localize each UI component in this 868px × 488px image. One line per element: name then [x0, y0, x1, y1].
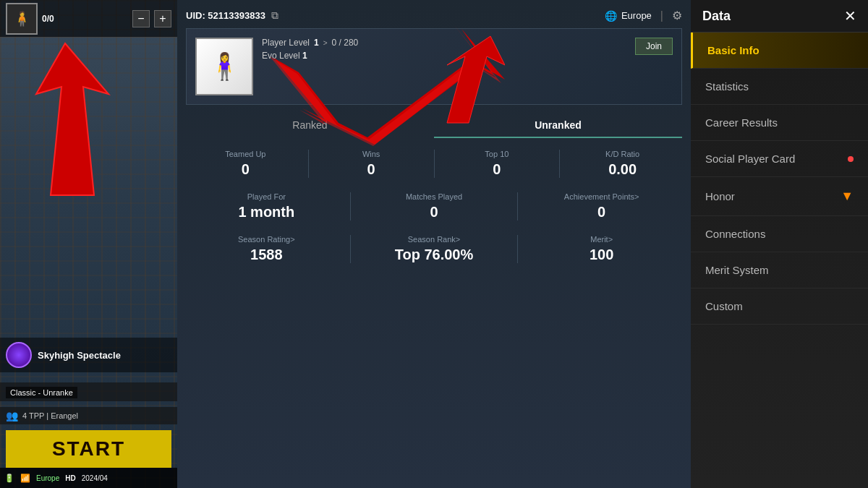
region-badge: 🌐 Europe	[605, 10, 652, 22]
divider-3	[559, 150, 560, 178]
stat-wins-label: Wins	[312, 150, 431, 158]
stat-season-rating-value: 1588	[186, 247, 347, 263]
tab-unranked[interactable]: Unranked	[434, 114, 682, 138]
nav-label-honor: Honor	[705, 190, 735, 202]
settings-icon[interactable]: ⚙	[672, 9, 682, 22]
bottom-status-bar: 🔋 📶 Europe HD 2024/04	[0, 468, 177, 488]
divider-6	[350, 235, 351, 263]
divider-4	[350, 192, 351, 221]
stat-season-rank: Season Rank> Top 76.00%	[354, 235, 515, 263]
nav-item-career-results[interactable]: Career Results	[691, 105, 868, 141]
xp-bar: 0 / 280	[332, 38, 359, 48]
divider-7	[517, 235, 518, 263]
uid-right: 🌐 Europe | ⚙	[605, 9, 682, 22]
plus-button[interactable]: +	[154, 10, 171, 27]
profile-info: Player Level 1 > 0 / 280 Evo Level 1	[262, 38, 673, 61]
globe-icon: 🌐	[605, 10, 617, 22]
nav-label-connections: Connections	[705, 228, 765, 240]
people-icon: 👥	[6, 410, 18, 421]
date-text: 2024/04	[82, 474, 108, 482]
nav-label-social-player-card: Social Player Card	[705, 153, 795, 165]
uid-left: UID: 52113393833 ⧉	[186, 9, 278, 22]
nav-item-connections[interactable]: Connections	[691, 216, 868, 252]
mode-bar: 👥 4 TPP | Erangel	[0, 407, 177, 424]
data-title: Data	[702, 9, 731, 24]
tab-ranked[interactable]: Ranked	[186, 114, 434, 138]
profile-content: 🧍‍♀️ Player Level 1 > 0 / 280 Evo Level …	[195, 38, 673, 95]
profile-card: 🧍‍♀️ Player Level 1 > 0 / 280 Evo Level …	[186, 28, 682, 105]
copy-icon[interactable]: ⧉	[271, 9, 278, 22]
stats-row-3: Season Rating> 1588 Season Rank> Top 76.…	[186, 235, 682, 263]
divider-5	[517, 192, 518, 221]
signal-icon: 📶	[20, 474, 30, 483]
stat-merit-value: 100	[521, 247, 682, 263]
stat-played-for-value: 1 month	[186, 204, 347, 221]
evo-level: 1	[302, 51, 307, 61]
red-arrow-up	[7, 36, 152, 267]
classic-bar: Classic - Unranke	[0, 382, 177, 401]
evo-row: Evo Level 1	[262, 51, 673, 61]
stat-kd-value: 0.00	[563, 161, 682, 178]
region-label: Europe	[621, 10, 652, 21]
divider-2	[434, 150, 435, 178]
stat-kd: K/D Ratio 0.00	[563, 150, 682, 178]
battery-icon: 🔋	[4, 474, 14, 483]
close-button[interactable]: ✕	[844, 7, 856, 25]
svg-marker-0	[36, 43, 109, 195]
player-level-row: Player Level 1 > 0 / 280	[262, 38, 673, 48]
stat-matches-value: 0	[354, 204, 515, 221]
stats-row-1: Teamed Up 0 Wins 0 Top 10 0 K/D Ratio 0.…	[186, 150, 682, 178]
stat-played-for: Played For 1 month	[186, 192, 347, 221]
nav-item-honor[interactable]: Honor ▼	[691, 177, 868, 216]
minus-button[interactable]: −	[132, 10, 150, 27]
data-header: Data ✕	[691, 0, 868, 33]
char-emoji: 🧍	[13, 10, 31, 27]
nav-label-statistics: Statistics	[705, 80, 749, 93]
nav-dot-social	[848, 156, 854, 162]
nav-item-custom[interactable]: Custom	[691, 288, 868, 325]
stat-achievement-label: Achievement Points>	[521, 192, 682, 201]
stat-merit-label: Merit>	[521, 235, 682, 244]
stat-merit: Merit> 100	[521, 235, 682, 263]
uid-value: 52113393833	[208, 10, 265, 21]
spectacle-name: Skyhigh Spectacle	[38, 350, 121, 361]
player-level-value: 1	[314, 38, 319, 48]
avatar-small: 🧍	[6, 3, 38, 35]
uid-label: UID: 52113393833	[186, 10, 265, 21]
nav-item-statistics[interactable]: Statistics	[691, 69, 868, 105]
nav-arrow-honor: ▼	[841, 189, 854, 204]
stat-teamed-up: Teamed Up 0	[186, 150, 305, 178]
player-level-label: Player Level	[262, 38, 310, 48]
divider: |	[660, 9, 663, 22]
spectacle-icon	[6, 342, 32, 368]
chevron-icon: >	[323, 39, 328, 47]
quality-text: HD	[65, 474, 75, 482]
stat-top10-value: 0	[438, 161, 557, 178]
stat-wins: Wins 0	[312, 150, 431, 178]
start-button[interactable]: START	[6, 430, 171, 468]
nav-label-merit-system: Merit System	[705, 264, 769, 276]
stat-wins-value: 0	[312, 161, 431, 178]
uid-bar: UID: 52113393833 ⧉ 🌐 Europe | ⚙	[186, 9, 682, 22]
stat-season-rank-label: Season Rank>	[354, 235, 515, 244]
nav-item-social-player-card[interactable]: Social Player Card	[691, 141, 868, 177]
nav-label-career-results: Career Results	[705, 116, 778, 129]
stat-matches-label: Matches Played	[354, 192, 515, 201]
nav-item-merit-system[interactable]: Merit System	[691, 252, 868, 288]
nav-item-basic-info[interactable]: Basic Info	[691, 33, 868, 69]
stat-season-rating: Season Rating> 1588	[186, 235, 347, 263]
nav-items: Basic Info Statistics Career Results Soc…	[691, 33, 868, 488]
join-button[interactable]: Join	[635, 38, 673, 55]
spectacle-bar: Skyhigh Spectacle	[0, 338, 177, 372]
stat-achievement: Achievement Points> 0	[521, 192, 682, 221]
tabs-row: Ranked Unranked	[186, 114, 682, 138]
od-counter: 0/0	[42, 14, 54, 24]
left-panel: 🧍 0/0 − + Skyhigh Spectacle Classic - Un…	[0, 0, 177, 488]
mode-detail: 4 TPP | Erangel	[22, 411, 78, 420]
stat-teamed-up-label: Teamed Up	[186, 150, 305, 158]
stat-matches: Matches Played 0	[354, 192, 515, 221]
top-avatar-bar: 🧍 0/0 − +	[0, 0, 177, 38]
stat-played-for-label: Played For	[186, 192, 347, 201]
middle-panel: UID: 52113393833 ⧉ 🌐 Europe | ⚙ 🧍‍♀️ Pla…	[177, 0, 691, 488]
divider-1	[308, 150, 309, 178]
